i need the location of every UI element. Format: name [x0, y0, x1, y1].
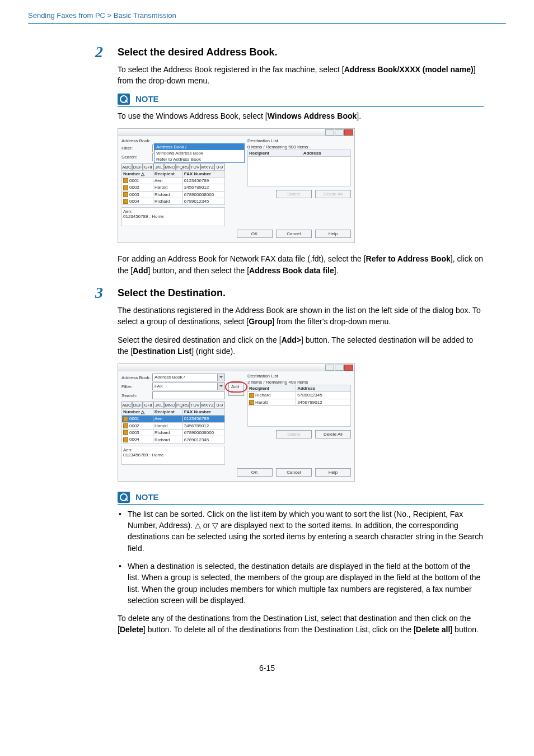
detail-box: Aen: 0123456789 : Home — [121, 207, 225, 226]
close-icon — [344, 365, 353, 371]
remaining-count: 2 Items / Remaining 498 Items — [247, 380, 351, 385]
note-block: NOTE — [118, 94, 484, 107]
label-address-book: Address Book: — [121, 138, 152, 143]
step-3-p2: Select the desired destination and click… — [118, 334, 484, 357]
label-address-book: Address Book: — [121, 375, 152, 380]
help-button[interactable]: Help — [315, 230, 351, 238]
table-row[interactable]: 0002Harold3456789012 — [122, 422, 225, 429]
minimize-icon — [325, 365, 334, 371]
recipient-table[interactable]: Number △RecipientFAX Number 0001Aen01234… — [121, 170, 225, 206]
ok-button[interactable]: OK — [237, 230, 273, 238]
step-number-3: 3 — [95, 284, 103, 302]
label-filter: Filter: — [121, 146, 152, 151]
dropdown-option[interactable]: Refer to Address Book — [154, 156, 244, 162]
search-input[interactable] — [152, 391, 225, 399]
cancel-button[interactable]: Cancel — [276, 468, 312, 477]
table-row[interactable]: 0001Aen0123456789 — [122, 177, 225, 184]
contact-icon — [249, 393, 254, 398]
magnifier-icon — [118, 94, 130, 105]
table-row[interactable]: 0002Harold3456789012 — [122, 184, 225, 191]
table-row[interactable]: 0001Aen0123456789 — [122, 416, 225, 422]
contact-icon — [123, 199, 128, 204]
magnifier-icon — [118, 492, 130, 503]
step-3-after: To delete any of the destinations from t… — [118, 613, 484, 636]
note-item-1: The list can be sorted. Click on the lis… — [118, 508, 484, 554]
note-rule — [118, 504, 484, 505]
destination-table[interactable]: RecipientAddress Richard6789012345 Harol… — [247, 385, 351, 427]
table-row[interactable]: 0003Richard678900008000 — [122, 430, 225, 436]
dialog-screenshot-2: Address Book: Address Book / Filter: FAX… — [118, 363, 355, 482]
dialog-screenshot-1: Address Book: Filter: FAX Search: Addres… — [118, 128, 355, 244]
table-row[interactable]: 0004Richard6789012345 — [122, 436, 225, 443]
delete-all-button[interactable]: Delete All — [315, 430, 351, 438]
contact-icon — [123, 423, 128, 428]
contact-icon — [123, 437, 128, 442]
contact-icon — [123, 185, 128, 190]
divider — [28, 23, 506, 24]
step-2-p1: To select the Address Book registered in… — [118, 64, 484, 87]
note-list: The list can be sorted. Click on the lis… — [118, 508, 484, 606]
step-2-note-text: To use the Windows Address Book, select … — [118, 110, 484, 122]
maximize-icon — [335, 129, 344, 136]
note-block-2: NOTE — [118, 492, 484, 505]
contact-icon — [123, 430, 128, 435]
alpha-tabs[interactable]: ABCDEFGHIJKLMNOPQRSTUVWXYZ0-9 — [121, 402, 225, 408]
label-search: Search: — [121, 155, 152, 160]
cancel-button[interactable]: Cancel — [276, 230, 312, 238]
label-filter: Filter: — [121, 384, 152, 389]
step-number-2: 2 — [95, 43, 103, 61]
help-button[interactable]: Help — [315, 468, 351, 477]
destination-table[interactable]: RecipientAddress — [247, 150, 351, 186]
breadcrumb: Sending Faxes from PC > Basic Transmissi… — [28, 11, 506, 23]
chevron-down-icon — [217, 383, 224, 390]
dropdown-option-selected[interactable]: Address Book / — [154, 144, 244, 150]
note-label: NOTE — [135, 492, 159, 502]
table-row[interactable]: 0003Richard678900008000 — [122, 191, 225, 198]
dest-list-label: Destination List — [247, 374, 351, 379]
dialog-titlebar — [118, 364, 354, 371]
address-book-dropdown[interactable]: Address Book / — [152, 374, 225, 381]
close-icon — [344, 129, 353, 136]
minimize-icon — [325, 129, 334, 136]
contact-icon — [249, 400, 254, 405]
filter-dropdown[interactable]: FAX — [152, 382, 225, 390]
address-book-dropdown-open[interactable]: Address Book / Windows Address Book Refe… — [154, 143, 245, 163]
recipient-table[interactable]: Number △RecipientFAX Number 0001Aen01234… — [121, 408, 225, 444]
delete-button[interactable]: Delete — [276, 190, 312, 198]
step-3: 3 Select the Destination. The destinatio… — [118, 287, 484, 636]
contact-icon — [123, 417, 128, 422]
step-2-after: For adding an Address Book for Network F… — [118, 253, 484, 276]
delete-all-button[interactable]: Delete All — [315, 190, 351, 198]
step-3-p1: The destinations registered in the Addre… — [118, 305, 484, 328]
ok-button[interactable]: OK — [237, 468, 273, 477]
step-3-heading: Select the Destination. — [118, 287, 484, 299]
dialog-titlebar — [118, 129, 354, 136]
step-2-heading: Select the desired Address Book. — [118, 46, 484, 58]
note-item-2: When a destination is selected, the dest… — [118, 561, 484, 606]
step-2: 2 Select the desired Address Book. To se… — [118, 46, 484, 276]
table-row[interactable]: 0004Richard6789012345 — [122, 198, 225, 205]
page-number: 6-15 — [28, 664, 506, 673]
detail-box: Aen: 0123456789 : Home — [121, 446, 225, 465]
note-label: NOTE — [135, 94, 159, 104]
remaining-count: 0 Items / Remaining 500 Items — [247, 144, 351, 150]
callout-circle — [225, 381, 247, 393]
dropdown-option[interactable]: Windows Address Book — [154, 150, 244, 156]
contact-icon — [123, 192, 128, 197]
table-row[interactable]: Harold3456789012 — [248, 399, 351, 405]
label-search: Search: — [121, 393, 152, 398]
table-row[interactable]: Richard6789012345 — [248, 392, 351, 399]
contact-icon — [123, 178, 128, 183]
delete-button[interactable]: Delete — [276, 430, 312, 438]
chevron-down-icon — [217, 374, 224, 381]
dest-list-label: Destination List — [247, 138, 351, 143]
maximize-icon — [335, 365, 344, 371]
alpha-tabs[interactable]: ABCDEFGHIJKLMNOPQRSTUVWXYZ0-9 — [121, 164, 225, 170]
note-rule — [118, 106, 484, 107]
